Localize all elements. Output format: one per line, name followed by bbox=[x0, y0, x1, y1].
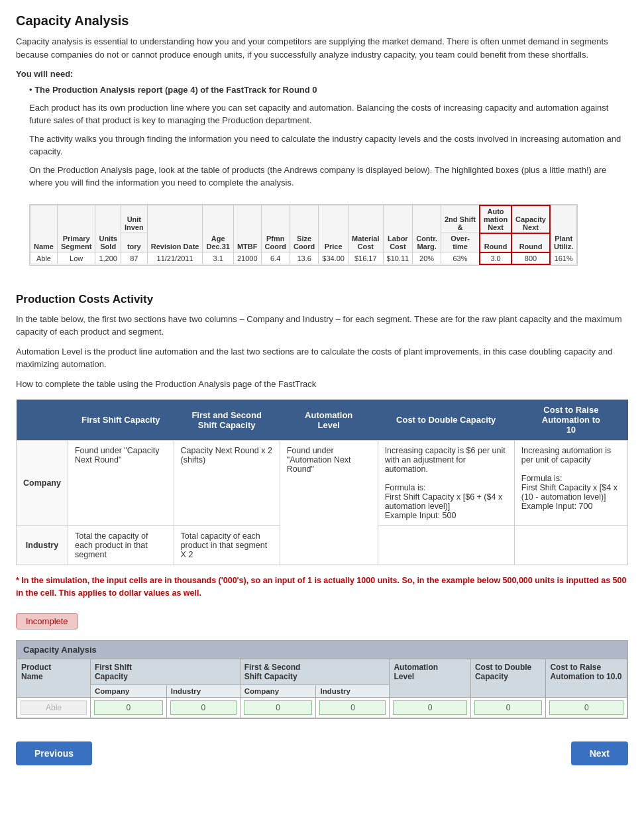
previous-button[interactable]: Previous bbox=[16, 741, 92, 765]
th-round-auto: Round bbox=[480, 233, 511, 252]
paragraph2: The activity walks you through finding t… bbox=[29, 133, 628, 158]
capacity-analysis-input-section: Capacity Analysis ProductName First Shif… bbox=[16, 640, 628, 719]
table-row bbox=[17, 697, 627, 718]
automation-input[interactable] bbox=[393, 700, 466, 715]
cap-row-product bbox=[17, 697, 91, 718]
red-notice: * In the simulation, the input cells are… bbox=[16, 575, 628, 600]
th-price: Price bbox=[319, 205, 349, 252]
page-title: Capacity Analysis bbox=[16, 13, 628, 28]
info-th-fssc: First and SecondShift Capacity bbox=[174, 400, 280, 441]
info-industry-cost-double bbox=[378, 526, 514, 565]
th-material-cost: MaterialCost bbox=[348, 205, 383, 252]
cap-table-section-header: Capacity Analysis bbox=[17, 641, 627, 659]
th-overtime: Over-time bbox=[441, 233, 480, 252]
row-able-material: $16.17 bbox=[348, 252, 383, 264]
section2-p1: In the table below, the first two sectio… bbox=[16, 313, 628, 339]
cap-row-cost-double[interactable] bbox=[470, 697, 546, 718]
info-company-cost-double: Increasing capacity is $6 per unit with … bbox=[378, 441, 514, 526]
row-able-age: 3.1 bbox=[203, 252, 233, 264]
production-analysis-table: Name PrimarySegment UnitsSold UnitInven … bbox=[30, 205, 577, 265]
cap-sub-company-fsc: Company bbox=[90, 684, 166, 697]
cap-row-industry-fsc[interactable] bbox=[166, 697, 240, 718]
company-fssc-input[interactable] bbox=[244, 700, 313, 715]
info-auto-level: Found under "Automation Next Round" bbox=[280, 441, 378, 565]
cap-sub-industry-fsc: Industry bbox=[166, 684, 240, 697]
row-able-overtime: 63% bbox=[441, 252, 480, 264]
row-able-inven: 87 bbox=[121, 252, 147, 264]
row-able-contr: 20% bbox=[413, 252, 441, 264]
you-will-need-label: You will need: bbox=[16, 68, 628, 81]
th-round-cap: Round bbox=[511, 233, 550, 252]
cap-row-auto[interactable] bbox=[390, 697, 470, 718]
th-size: SizeCoord bbox=[290, 205, 318, 252]
paragraph3: On the Production Analysis page, look at… bbox=[29, 164, 628, 190]
cap-th-product-name: ProductName bbox=[17, 659, 91, 697]
info-company-fssc: Capacity Next Round x 2 (shifts) bbox=[174, 441, 280, 526]
info-industry-fsc: Total the capacity of each product in th… bbox=[68, 526, 174, 565]
row-able-labor: $10.11 bbox=[383, 252, 413, 264]
company-fsc-input[interactable] bbox=[94, 700, 163, 715]
cap-th-fssc: First & SecondShift Capacity bbox=[240, 659, 390, 684]
th-pfmn: PfmnCoord bbox=[261, 205, 290, 252]
industry-fssc-input[interactable] bbox=[319, 700, 386, 715]
th-unit-inven: UnitInven bbox=[121, 205, 147, 233]
cap-th-cost-raise: Cost to RaiseAutomation to 10.0 bbox=[546, 659, 627, 697]
th-tory: tory bbox=[121, 233, 147, 252]
section2-title: Production Costs Activity bbox=[16, 293, 628, 306]
th-revision-date: Revision Date bbox=[147, 205, 203, 252]
industry-fsc-input[interactable] bbox=[170, 700, 237, 715]
cap-row-company-fssc[interactable] bbox=[240, 697, 316, 718]
cap-th-cost-double: Cost to DoubleCapacity bbox=[470, 659, 546, 697]
info-th-auto: AutomationLevel bbox=[280, 400, 378, 441]
info-company-cost-raise: Increasing automation is per unit of cap… bbox=[514, 441, 627, 526]
cap-row-cost-raise[interactable] bbox=[546, 697, 627, 718]
cap-th-fsc: First ShiftCapacity bbox=[90, 659, 240, 684]
row-able-sold: 1,200 bbox=[95, 252, 121, 264]
info-th-fsc: First Shift Capacity bbox=[68, 400, 174, 441]
incomplete-badge: Incomplete bbox=[16, 613, 78, 629]
row-able-plant: 161% bbox=[550, 252, 577, 264]
info-th-cost-raise: Cost to Raise Automation to10 bbox=[514, 400, 627, 441]
row-able-revision: 11/21/2011 bbox=[147, 252, 203, 264]
cap-th-auto: AutomationLevel bbox=[390, 659, 470, 697]
section2-p2: Automation Level is the product line aut… bbox=[16, 345, 628, 371]
th-plant: PlantUtiliz. bbox=[550, 205, 577, 252]
next-button[interactable]: Next bbox=[571, 741, 628, 765]
info-th-cost-double: Cost to Double Capacity bbox=[378, 400, 514, 441]
cap-row-company-fsc[interactable] bbox=[90, 697, 166, 718]
production-analysis-table-wrapper: Name PrimarySegment UnitsSold UnitInven … bbox=[29, 204, 578, 266]
th-mtbf: MTBF bbox=[233, 205, 261, 252]
section2-p3: How to complete the table using the Prod… bbox=[16, 378, 628, 391]
row-able-mtbf: 21000 bbox=[233, 252, 261, 264]
info-industry-fssc: Total capacity of each product in that s… bbox=[174, 526, 280, 565]
cap-analysis-table: ProductName First ShiftCapacity First & … bbox=[17, 659, 627, 718]
th-contr-marg: Contr.Marg. bbox=[413, 205, 441, 252]
row-able-name: Able bbox=[30, 252, 58, 264]
th-units-sold: UnitsSold bbox=[95, 205, 121, 252]
paragraph1: Each product has its own production line… bbox=[29, 101, 628, 127]
th-labor-cost: LaborCost bbox=[383, 205, 413, 252]
th-age: AgeDec.31 bbox=[203, 205, 233, 252]
th-capacity: CapacityNext bbox=[511, 205, 550, 233]
intro-paragraph: Capacity analysis is essential to unders… bbox=[16, 35, 628, 61]
navigation-bar: Previous Next bbox=[16, 735, 628, 765]
th-automation: AutomationNext bbox=[480, 205, 511, 233]
info-company-label: Company bbox=[17, 441, 68, 526]
info-industry-cost-raise bbox=[514, 526, 627, 565]
th-2nd-shift: 2nd Shift& bbox=[441, 205, 480, 233]
requirement-item: The Production Analysis report (page 4) … bbox=[29, 85, 628, 95]
cap-sub-company-fssc: Company bbox=[240, 684, 316, 697]
cap-row-industry-fssc[interactable] bbox=[316, 697, 390, 718]
th-name: Name bbox=[30, 205, 58, 252]
requirement-text: The Production Analysis report (page 4) … bbox=[34, 85, 317, 95]
cost-double-input[interactable] bbox=[474, 700, 543, 715]
th-primary-segment: PrimarySegment bbox=[57, 205, 95, 252]
cost-raise-input[interactable] bbox=[549, 700, 623, 715]
info-th-empty bbox=[17, 400, 68, 441]
product-name-input bbox=[21, 700, 87, 715]
info-industry-label: Industry bbox=[17, 526, 68, 565]
row-able-auto-next: 3.0 bbox=[480, 252, 511, 264]
row-able-price: $34.00 bbox=[319, 252, 349, 264]
row-able-size: 13.6 bbox=[290, 252, 318, 264]
info-company-fsc: Found under "Capacity Next Round" bbox=[68, 441, 174, 526]
